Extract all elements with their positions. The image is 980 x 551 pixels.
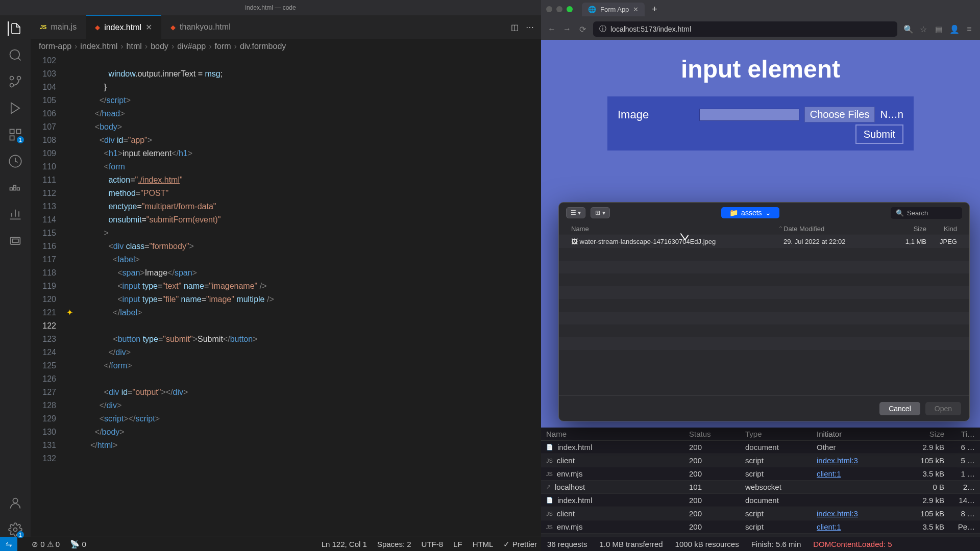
activity-bar: 1 1 (0, 15, 31, 537)
explorer-icon[interactable] (8, 21, 22, 36)
svg-rect-9 (12, 239, 18, 243)
account-icon[interactable] (8, 496, 22, 510)
graph-icon[interactable] (8, 207, 22, 221)
network-row[interactable]: JSclient200scriptindex.html:3105 kB5 … (541, 454, 980, 467)
svg-point-3 (10, 77, 14, 80)
code-editor[interactable]: 1021031041051061071081091101111121131141… (31, 54, 541, 537)
svg-rect-6 (10, 136, 14, 140)
menu-icon[interactable]: ≡ (965, 24, 974, 34)
library-icon[interactable]: ▤ (934, 24, 943, 34)
col-date[interactable]: Date Modified (783, 225, 886, 233)
svg-point-10 (13, 498, 17, 503)
mouse-cursor (681, 231, 690, 242)
network-row[interactable]: JSenv.mjs200scriptclient:13.5 kBPe… (541, 520, 980, 534)
svg-point-1 (17, 77, 21, 80)
form-card: Image Choose Files N…n Submit (607, 96, 914, 151)
breadcrumb-item[interactable]: html (127, 42, 142, 51)
search-icon[interactable] (8, 48, 22, 62)
choose-files-button[interactable]: Choose Files (804, 107, 875, 122)
svg-point-2 (10, 84, 14, 87)
search-icon[interactable]: 🔍 (903, 24, 913, 34)
svg-point-0 (10, 50, 20, 60)
extensions-icon[interactable]: 1 (8, 128, 22, 142)
svg-rect-4 (10, 130, 14, 134)
col-kind[interactable]: Kind (926, 225, 957, 233)
cancel-button[interactable]: Cancel (879, 402, 920, 415)
browser-window: 🌐 Form App ✕ + ← → ⟳ ⓘ localhost:5173/in… (541, 0, 980, 551)
status-errors[interactable]: ⊘ 0 ⚠ 0 (32, 540, 60, 549)
breadcrumb[interactable]: form-app›index.html›html›body›div#app›fo… (31, 39, 541, 54)
close-icon[interactable]: ✕ (633, 6, 639, 13)
remote-icon[interactable] (8, 154, 22, 168)
new-tab-button[interactable]: + (649, 4, 660, 15)
reload-icon[interactable]: ⟳ (578, 24, 587, 34)
settings-icon[interactable]: 1 (8, 522, 22, 537)
network-row[interactable]: 📄index.html200documentOther2.9 kB6 … (541, 441, 980, 454)
search-input[interactable]: 🔍 Search (891, 207, 962, 219)
browser-tab[interactable]: 🌐 Form App ✕ (582, 3, 645, 16)
vscode-window: index.html — code 1 1 JSmain.js◆index.ht… (0, 0, 541, 551)
page-content: input element Image Choose Files N…n Sub… (541, 40, 980, 551)
status-encoding[interactable]: UTF-8 (422, 540, 444, 548)
breadcrumb-item[interactable]: body (151, 42, 168, 51)
layers-icon[interactable] (8, 234, 22, 248)
col-name[interactable]: Name (571, 225, 778, 233)
editor-tab[interactable]: ◆index.html✕ (86, 15, 161, 39)
url-field[interactable]: ⓘ localhost:5173/index.html (593, 21, 897, 37)
status-cursor[interactable]: Ln 122, Col 1 (322, 540, 367, 548)
docker-icon[interactable] (8, 181, 22, 195)
breadcrumb-item[interactable]: div#app (177, 42, 206, 51)
titlebar: index.html — code (0, 0, 541, 15)
devtools-network[interactable]: Name Status Type Initiator Size Ti… 📄ind… (541, 428, 980, 537)
submit-button[interactable]: Submit (855, 124, 903, 144)
breadcrumb-item[interactable]: index.html (80, 42, 117, 51)
breadcrumb-item[interactable]: form (215, 42, 231, 51)
more-icon[interactable]: ⋯ (526, 22, 534, 32)
source-control-icon[interactable] (8, 74, 22, 89)
folder-select[interactable]: 📁 assets ⌄ (721, 207, 779, 218)
input-label: Image (618, 108, 694, 121)
imagename-input[interactable] (699, 109, 799, 121)
status-prettier[interactable]: ✓ Prettier (503, 540, 537, 549)
network-row[interactable]: JSclient200scriptindex.html:3105 kB8 … (541, 507, 980, 520)
network-row[interactable]: JSenv.mjs200scriptclient:13.5 kB1 … (541, 467, 980, 481)
network-row[interactable]: ↗localhost101websocket0 B2… (541, 481, 980, 494)
grid-view-button[interactable]: ⊞ ▾ (591, 207, 609, 218)
breadcrumb-item[interactable]: div.formbody (240, 42, 286, 51)
editor-tabs: JSmain.js◆index.html✕◆thankyou.html◫⋯ (31, 15, 541, 39)
back-icon[interactable]: ← (547, 24, 556, 34)
editor-tab[interactable]: JSmain.js (31, 15, 86, 39)
file-status: N…n (880, 109, 903, 120)
page-heading: input element (541, 40, 980, 96)
status-eol[interactable]: LF (453, 540, 462, 548)
split-editor-icon[interactable]: ◫ (511, 22, 519, 32)
star-icon[interactable]: ☆ (919, 24, 928, 34)
forward-icon: → (562, 24, 572, 34)
status-lang[interactable]: HTML (473, 540, 494, 548)
list-view-button[interactable]: ☰ ▾ (566, 207, 585, 218)
open-button[interactable]: Open (925, 402, 961, 415)
traffic-lights[interactable] (546, 6, 573, 12)
remote-indicator[interactable]: ⇋ (0, 537, 17, 552)
status-bar: ⇋ ⊘ 0 ⚠ 0 📡 0 Ln 122, Col 1 Spaces: 2 UT… (0, 537, 541, 551)
devtools-status: 36 requests 1.0 MB transferred 1000 kB r… (541, 537, 980, 551)
col-size[interactable]: Size (886, 225, 926, 233)
svg-rect-5 (16, 130, 20, 134)
run-debug-icon[interactable] (8, 101, 22, 115)
network-row[interactable]: 📄index.html200document2.9 kB14… (541, 494, 980, 507)
account-icon[interactable]: 👤 (949, 24, 959, 34)
breadcrumb-item[interactable]: form-app (39, 42, 71, 51)
status-ports[interactable]: 📡 0 (70, 540, 86, 549)
status-spaces[interactable]: Spaces: 2 (377, 540, 411, 548)
editor-tab[interactable]: ◆thankyou.html (161, 15, 240, 39)
close-icon[interactable]: ✕ (145, 22, 152, 32)
file-row[interactable]: 🖼 water-stream-landscape-1471630704EdJ.j… (559, 235, 969, 248)
svg-point-11 (14, 528, 17, 532)
file-picker-dialog: ☰ ▾ ⊞ ▾ 📁 assets ⌄ 🔍 Search Name ⌃ Date … (558, 202, 970, 421)
